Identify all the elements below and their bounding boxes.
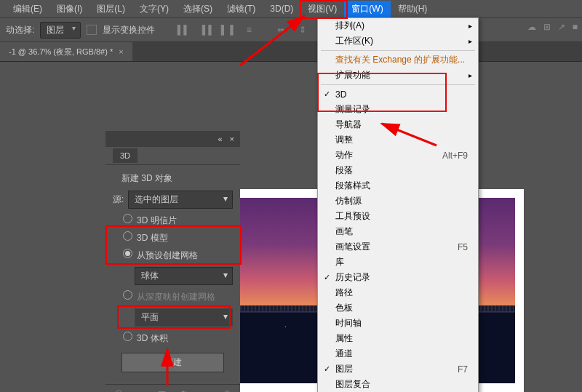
menu-item[interactable]: 调整: [318, 132, 478, 148]
cam-icon[interactable]: ■: [573, 22, 578, 32]
menu-item[interactable]: 工作区(K): [318, 33, 478, 49]
panel-3d: « × 3D 新建 3D 对象 源: 选中的图层 3D 明信片 3D 模型 从预…: [105, 131, 240, 392]
menu-item[interactable]: 色板: [318, 300, 478, 316]
menu-item[interactable]: 仿制源: [318, 193, 478, 209]
option-preset[interactable]: 从预设创建网格: [113, 247, 233, 264]
menu-item[interactable]: 编辑(E): [6, 1, 49, 17]
source-label: 源:: [113, 193, 124, 206]
menu-item[interactable]: 文字(Y): [132, 1, 176, 17]
menu-item[interactable]: 库: [318, 255, 478, 270]
menu-item[interactable]: 帮助(H): [391, 1, 435, 17]
menu-item[interactable]: 历史记录: [318, 270, 478, 285]
panel-close-icon[interactable]: ×: [230, 135, 234, 143]
menu-item[interactable]: 图层F7: [318, 361, 478, 377]
render-icon[interactable]: ⚙: [178, 389, 190, 392]
align-icon[interactable]: ▌▐: [219, 22, 235, 38]
depth-select: 平面: [135, 308, 233, 327]
close-icon[interactable]: ×: [119, 47, 123, 56]
window-menu-dropdown: 排列(A)工作区(K)查找有关 Exchange 的扩展功能...扩展功能3D测…: [317, 17, 479, 392]
options-bar: 动选择: 图层 显示变换控件 ▌▌ ▐▐ ▌▐ ≡ ⇔ ⇕ ⋯: [0, 17, 582, 42]
menu-item[interactable]: 画笔设置F5: [318, 239, 478, 255]
option-depth[interactable]: 从深度映射创建网格: [113, 288, 233, 305]
share-icon[interactable]: ↗: [558, 22, 565, 32]
distribute-icon[interactable]: ⇕: [295, 22, 311, 38]
option-model[interactable]: 3D 模型: [113, 229, 233, 247]
align-icon[interactable]: ≡: [241, 22, 257, 38]
align-icon[interactable]: ▌▌: [175, 22, 191, 38]
menu-item[interactable]: 图层(L): [89, 1, 132, 17]
panel-tab-3d[interactable]: 3D: [113, 148, 137, 163]
trash-icon[interactable]: 🗑: [222, 389, 234, 392]
cloud-icon[interactable]: ☁: [527, 22, 536, 32]
distribute-icon[interactable]: ⇔: [273, 22, 289, 38]
new-icon[interactable]: ◻: [200, 389, 212, 392]
option-postcard[interactable]: 3D 明信片: [113, 212, 233, 229]
menu-item[interactable]: 排列(A): [318, 18, 478, 33]
menu-item[interactable]: 段落样式: [318, 178, 478, 193]
menu-item[interactable]: 扩展功能: [318, 68, 478, 83]
menu-item[interactable]: 3D: [318, 87, 478, 102]
menu-item[interactable]: 段落: [318, 163, 478, 178]
menu-item[interactable]: 查找有关 Exchange 的扩展功能...: [318, 52, 478, 68]
menu-item[interactable]: 画笔: [318, 224, 478, 239]
menu-item[interactable]: 工具预设: [318, 209, 478, 224]
menu-item[interactable]: 通道: [318, 346, 478, 361]
source-select[interactable]: 选中的图层: [128, 191, 233, 209]
autoselect-label: 动选择:: [6, 24, 34, 36]
menu-bar: 编辑(E)图像(I)图层(L)文字(Y)选择(S)滤镜(T)3D(D)视图(V)…: [0, 0, 582, 17]
menu-item[interactable]: 动作Alt+F9: [318, 148, 478, 163]
menu-item[interactable]: 测量记录: [318, 102, 478, 117]
menu-item[interactable]: 选择(S): [176, 1, 220, 17]
right-icons: ☁ ⊞ ↗ ■: [527, 22, 578, 32]
menu-item[interactable]: 3D(D): [263, 1, 300, 16]
camera-icon[interactable]: ▣: [156, 389, 168, 392]
menu-item[interactable]: 视图(V): [300, 1, 344, 17]
create-button[interactable]: 创建: [121, 353, 224, 372]
document-tab-row: -1 @ 36.7% (夜景, RGB/8#) * ×: [0, 42, 582, 62]
menu-item[interactable]: 路径: [318, 285, 478, 300]
menu-item[interactable]: 图层复合: [318, 377, 478, 392]
light-icon[interactable]: ♀: [135, 389, 146, 392]
menu-item[interactable]: 时间轴: [318, 316, 478, 331]
preset-select[interactable]: 球体: [135, 267, 233, 285]
menu-item[interactable]: 属性: [318, 331, 478, 346]
menu-item[interactable]: 窗口(W): [344, 1, 390, 17]
target-select[interactable]: 图层: [40, 22, 81, 39]
document-tab-title: -1 @ 36.7% (夜景, RGB/8#) *: [9, 47, 113, 57]
grid-icon[interactable]: ⊞: [543, 22, 551, 32]
filter-icon[interactable]: ⎔: [113, 389, 124, 392]
menu-item[interactable]: 滤镜(T): [220, 1, 263, 17]
transform-checkbox[interactable]: [87, 25, 97, 35]
document-tab[interactable]: -1 @ 36.7% (夜景, RGB/8#) * ×: [0, 42, 132, 61]
align-icon[interactable]: ▐▐: [197, 22, 213, 38]
option-volume[interactable]: 3D 体积: [113, 329, 233, 347]
menu-item[interactable]: 导航器: [318, 117, 478, 132]
menu-item[interactable]: 图像(I): [49, 1, 89, 17]
panel-section-title: 新建 3D 对象: [121, 172, 233, 185]
transform-checkbox-label: 显示变换控件: [103, 24, 155, 36]
panel-footer: ⎔ ♀ ▣ ⚙ ◻ 🗑: [105, 384, 240, 392]
panel-collapse-icon[interactable]: «: [218, 135, 222, 143]
